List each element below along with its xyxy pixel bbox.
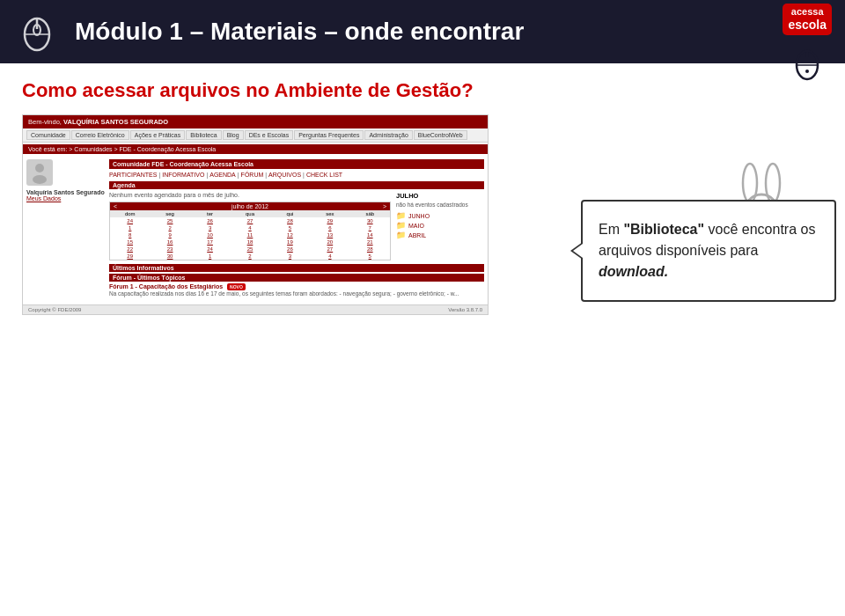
sc-cal-header: < julho de 2012 >	[110, 202, 390, 210]
sc-agenda-title: Agenda	[109, 181, 484, 189]
sc-sidebar: Valquíria Santos Segurado Meus Dados	[26, 159, 106, 297]
sc-cal-month-year: julho de 2012	[231, 203, 268, 209]
sc-forum-title: Fórum - Últimos Tópicos	[109, 274, 484, 282]
logo-badge: acessa escola	[783, 4, 832, 35]
screenshot-container: Bem-vindo, VALQUÍRIA SANTOS SEGURADO Com…	[22, 114, 489, 315]
question-title: Como acessar arquivos no Ambiente de Ges…	[22, 79, 823, 102]
sc-folder-maio-icon: 📁	[396, 221, 406, 230]
sc-nav-perguntas[interactable]: Perguntas Frequentes	[294, 130, 364, 140]
sc-forum-item-title-text: Fórum 1 - Capacitação dos Estagiários	[109, 283, 223, 290]
sc-footer-version: Versão 3.8.7.0	[448, 307, 482, 312]
sc-subnav-arquivos[interactable]: ARQUIVOS	[268, 172, 301, 178]
sc-nav-admin[interactable]: Administração	[364, 130, 412, 140]
sc-month-junho-label: JUNHO	[408, 213, 430, 219]
logo-line2: escola	[788, 18, 827, 33]
sc-month-junho[interactable]: 📁 JUNHO	[396, 211, 484, 220]
sc-nav-blue[interactable]: BlueControlWeb	[414, 130, 467, 140]
sc-agenda-body: Nenhum evento agendado para o mês de jul…	[109, 192, 484, 260]
sc-julho-right: JULHO não há eventos cadastrados 📁 JUNHO…	[396, 192, 484, 260]
sc-agenda-text: Nenhum evento agendado para o mês de jul…	[109, 192, 391, 198]
sc-cal-next[interactable]: >	[383, 203, 386, 209]
logo-line1: acessa	[788, 6, 827, 18]
sc-voce-esta: Você está em:	[28, 146, 69, 152]
sc-julho-text: não há eventos cadastrados	[396, 202, 484, 208]
header-bar: Módulo 1 – Materiais – onde encontrar ac…	[0, 0, 845, 63]
sc-cal-grid: 24 25 26 27 28 29 30 1 2 3	[110, 217, 390, 260]
sc-month-maio-label: MAIO	[408, 223, 424, 229]
sc-julho-title: JULHO	[396, 192, 484, 200]
sc-breadcrumb-link[interactable]: > Comunidades > FDE - Coordenação Acessa…	[69, 146, 216, 152]
sc-main-area: Valquíria Santos Segurado Meus Dados Com…	[23, 156, 488, 301]
sc-subnav: PARTICIPANTES | INFORMATIVO | AGENDA | F…	[109, 172, 484, 178]
callout-box: Em "Biblioteca" você encontra os arquivo…	[581, 200, 836, 302]
sc-content: Comunidade FDE - Coordenação Acessa Esco…	[109, 159, 484, 297]
svg-point-9	[35, 164, 44, 172]
svg-point-13	[743, 164, 757, 202]
sc-topbar: Bem-vindo, VALQUÍRIA SANTOS SEGURADO	[23, 115, 488, 128]
sc-forum-item-title[interactable]: Fórum 1 - Capacitação dos Estagiários NO…	[109, 283, 484, 290]
sc-footer-copyright: Copyright © FDE/2009	[28, 307, 81, 312]
sc-welcome: Bem-vindo, VALQUÍRIA SANTOS SEGURADO	[28, 118, 168, 126]
sc-subnav-checklist[interactable]: CHECK LIST	[306, 172, 342, 178]
sc-nav-biblioteca[interactable]: Biblioteca	[186, 130, 221, 140]
sc-nav: Comunidade Correio Eletrônico Ações e Pr…	[23, 128, 488, 143]
sc-subnav-agenda[interactable]: AGENDA	[209, 172, 236, 178]
sc-month-abril-label: ABRIL	[408, 232, 426, 238]
sc-nav-comunidade[interactable]: Comunidade	[26, 130, 70, 140]
sc-agenda-left: Nenhum evento agendado para o mês de jul…	[109, 192, 391, 260]
sc-nav-acoes[interactable]: Ações e Práticas	[130, 130, 186, 140]
page-title: Módulo 1 – Materiais – onde encontrar	[75, 18, 524, 46]
sc-folder-abril-icon: 📁	[396, 231, 406, 239]
mouse-icon	[18, 10, 57, 54]
sc-folder-junho-icon: 📁	[396, 211, 406, 220]
sc-cal-days: dom seg ter qua qui sex sáb	[110, 210, 390, 217]
sc-community-title: Comunidade FDE - Coordenação Acessa Esco…	[109, 159, 484, 169]
svg-point-10	[33, 175, 47, 184]
sc-forum-badge: NOVO	[227, 283, 246, 290]
sc-footer: Copyright © FDE/2009 Versão 3.8.7.0	[23, 304, 488, 314]
browser-screen: Bem-vindo, VALQUÍRIA SANTOS SEGURADO Com…	[23, 115, 488, 314]
sc-avatar	[26, 159, 53, 186]
sc-subnav-informativo[interactable]: INFORMATIVO	[162, 172, 204, 178]
sc-informativos: Últimos Informativos	[109, 264, 484, 272]
svg-point-14	[766, 164, 780, 202]
sc-meus-dados[interactable]: Meus Dados	[26, 195, 106, 202]
sc-subnav-participantes[interactable]: PARTICIPANTES	[109, 172, 157, 178]
sc-cal-prev[interactable]: <	[114, 203, 117, 209]
sc-nav-correio[interactable]: Correio Eletrônico	[71, 130, 129, 140]
sc-breadcrumb: Você está em: > Comunidades > FDE - Coor…	[23, 144, 488, 154]
sc-month-abril[interactable]: 📁 ABRIL	[396, 231, 484, 239]
sc-calendar: < julho de 2012 > dom seg ter qua qui	[109, 202, 391, 260]
sc-subnav-forum[interactable]: FÓRUM	[241, 172, 264, 178]
main-content: Como acessar arquivos no Ambiente de Ges…	[0, 63, 845, 315]
callout-arrow-fill	[573, 244, 583, 258]
sc-nav-des[interactable]: DEs e Escolas	[245, 130, 294, 140]
sc-sidebar-username: Valquíria Santos Segurado	[26, 189, 106, 195]
sc-nav-blog[interactable]: Blog	[223, 130, 244, 140]
sc-forum-item-text: Na capacitação realizada nos dias 16 e 1…	[109, 290, 484, 297]
sc-month-maio[interactable]: 📁 MAIO	[396, 221, 484, 230]
